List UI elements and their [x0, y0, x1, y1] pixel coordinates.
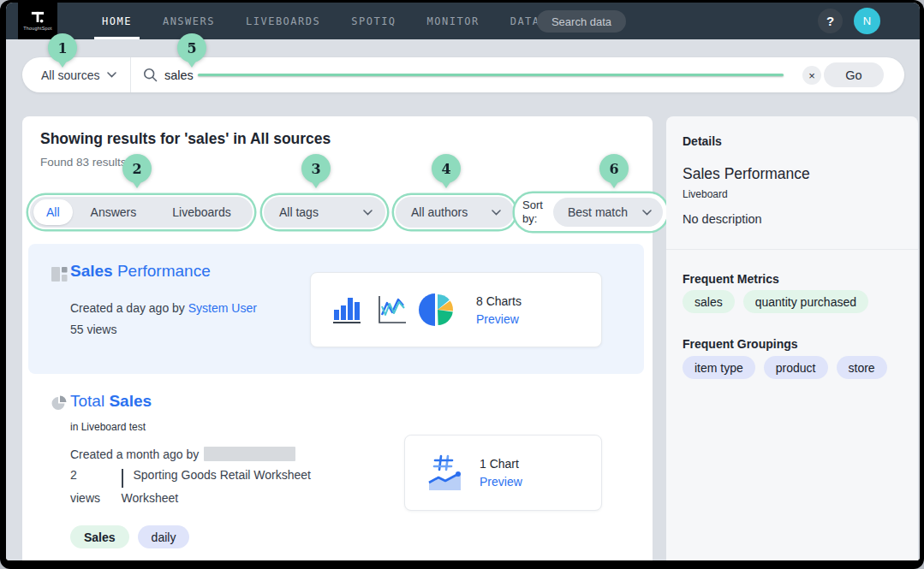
- search-icon: [143, 68, 158, 82]
- charts-count: 8 Charts: [476, 294, 522, 308]
- nav-item-monitor[interactable]: MONITOR: [427, 3, 480, 39]
- go-button[interactable]: Go: [824, 62, 884, 87]
- result-type-tabs: All Answers Liveboards: [30, 197, 253, 228]
- tags-filter-dropdown[interactable]: All tags: [264, 197, 385, 228]
- chevron-down-icon: [107, 72, 116, 78]
- charts-info: 1 Chart Preview: [480, 457, 522, 489]
- source-selector-label: All sources: [41, 68, 99, 82]
- chevron-down-icon: [492, 210, 501, 216]
- nav-menu: HOME ANSWERS LIVEBOARDS SPOTIQ MONITOR D…: [102, 3, 540, 39]
- pie-chart-icon: [419, 293, 453, 327]
- tab-all[interactable]: All: [33, 199, 73, 225]
- annotation-pin-1: 1: [48, 33, 77, 62]
- nav-item-spotiq[interactable]: SPOTIQ: [351, 3, 396, 39]
- sort-dropdown[interactable]: Best match: [553, 198, 663, 227]
- grouping-tag[interactable]: product: [764, 356, 828, 379]
- nav-item-liveboards[interactable]: LIVEBOARDS: [246, 3, 320, 39]
- clear-search-icon[interactable]: ×: [802, 66, 821, 85]
- authors-filter-value: All authors: [411, 205, 468, 219]
- divider: [130, 57, 131, 92]
- result-views: 55 views: [70, 323, 116, 336]
- frequent-groupings-heading: Frequent Groupings: [683, 337, 798, 351]
- tag-daily[interactable]: daily: [138, 525, 190, 548]
- worksheet-type: Worksheet: [122, 491, 312, 505]
- metric-tag[interactable]: sales: [683, 290, 735, 313]
- result-tags: Sales daily: [70, 525, 189, 548]
- redacted-author: [204, 447, 295, 461]
- metric-tag[interactable]: quantity purchased: [743, 290, 868, 313]
- chevron-down-icon: [363, 210, 373, 216]
- worksheet-column: Sporting Goods Retail Worksheet Workshee…: [134, 468, 312, 505]
- frequent-groupings-tags: item type product store: [683, 356, 887, 379]
- top-navbar: ThoughtSpot HOME ANSWERS LIVEBOARDS SPOT…: [6, 3, 920, 39]
- liveboard-grid-icon: [51, 267, 68, 282]
- frequent-metrics-tags: sales quantity purchased: [683, 290, 868, 313]
- tab-liveboards[interactable]: Liveboards: [154, 199, 249, 225]
- result-context: in Liveboard test: [70, 421, 146, 433]
- brand-name: ThoughtSpot: [23, 26, 52, 31]
- frequent-metrics-heading: Frequent Metrics: [683, 272, 779, 286]
- annotation-pin-2: 2: [122, 154, 152, 183]
- query-highlight-underline: [198, 74, 784, 76]
- details-heading: Details: [683, 134, 722, 148]
- tab-answers[interactable]: Answers: [73, 199, 155, 225]
- annotation-pin-4: 4: [432, 154, 461, 183]
- views-number: 2: [70, 468, 115, 482]
- details-type: Liveboard: [683, 188, 728, 200]
- charts-info: 8 Charts Preview: [476, 294, 522, 326]
- search-bar: All sources sales × Go: [22, 57, 904, 92]
- search-query-input[interactable]: sales: [164, 68, 194, 82]
- result-meta: Created a month ago by: [70, 447, 295, 461]
- tags-filter-value: All tags: [279, 205, 319, 219]
- annotation-pin-5: 5: [177, 33, 206, 62]
- views-column: 2 views: [70, 468, 115, 505]
- results-panel: Showing results for 'sales' in All sourc…: [22, 116, 653, 560]
- nav-search-data-button[interactable]: Search data: [537, 10, 626, 33]
- avatar[interactable]: N: [854, 8, 880, 34]
- help-icon[interactable]: ?: [818, 9, 843, 33]
- annotation-pin-3: 3: [301, 154, 331, 183]
- results-heading: Showing results for 'sales' in All sourc…: [40, 130, 331, 148]
- preview-link[interactable]: Preview: [480, 475, 522, 489]
- result-card-total-sales[interactable]: Total Sales in Liveboard test Created a …: [28, 386, 644, 560]
- authors-filter-dropdown[interactable]: All authors: [396, 197, 514, 228]
- details-name: Sales Performance: [683, 165, 810, 183]
- result-title[interactable]: Total Sales: [70, 392, 152, 411]
- sort-by-group: Sort by: Best match: [516, 195, 665, 229]
- sort-by-label: Sort by:: [522, 199, 550, 227]
- search-bar-row: All sources sales × Go: [6, 39, 920, 104]
- thoughtspot-app: ThoughtSpot HOME ANSWERS LIVEBOARDS SPOT…: [6, 3, 920, 560]
- result-meta: Created a day ago by System User: [70, 301, 257, 315]
- details-description: No description: [683, 212, 762, 226]
- worksheet-name: Sporting Goods Retail Worksheet: [134, 468, 312, 482]
- window-frame: ThoughtSpot HOME ANSWERS LIVEBOARDS SPOT…: [0, 0, 924, 569]
- thoughtspot-logo[interactable]: ThoughtSpot: [18, 3, 57, 39]
- views-word: views: [70, 491, 115, 505]
- nav-item-data[interactable]: DATA: [510, 3, 540, 39]
- answer-pie-icon: [51, 395, 67, 411]
- grouping-tag[interactable]: item type: [683, 356, 755, 379]
- charts-preview-card: 8 Charts Preview: [310, 272, 602, 347]
- author-link[interactable]: System User: [188, 301, 257, 315]
- sort-value: Best match: [568, 205, 628, 219]
- divider: [122, 469, 123, 488]
- nav-item-home[interactable]: HOME: [102, 3, 132, 39]
- result-views-worksheet: 2 views Sporting Goods Retail Worksheet …: [70, 468, 311, 505]
- result-title[interactable]: Sales Performance: [70, 262, 211, 281]
- annotation-pin-6: 6: [599, 154, 629, 183]
- tag-sales[interactable]: Sales: [70, 525, 129, 548]
- grouping-tag[interactable]: store: [837, 356, 887, 379]
- divider: [666, 249, 918, 250]
- chevron-down-icon: [642, 210, 652, 216]
- charts-preview-card: 1 Chart Preview: [404, 435, 602, 511]
- result-card-sales-performance[interactable]: Sales Performance Created a day ago by S…: [28, 244, 644, 374]
- preview-link[interactable]: Preview: [476, 312, 522, 326]
- bar-chart-icon: [331, 293, 364, 326]
- line-chart-icon: [375, 293, 408, 326]
- details-sidebar: Details Sales Performance Liveboard No d…: [666, 116, 918, 560]
- thoughtspot-logo-icon: [30, 11, 45, 25]
- results-count: Found 83 results: [40, 156, 127, 169]
- charts-count: 1 Chart: [480, 457, 522, 471]
- kpi-area-chart-icon: [426, 453, 466, 494]
- source-selector-dropdown[interactable]: All sources: [22, 68, 130, 82]
